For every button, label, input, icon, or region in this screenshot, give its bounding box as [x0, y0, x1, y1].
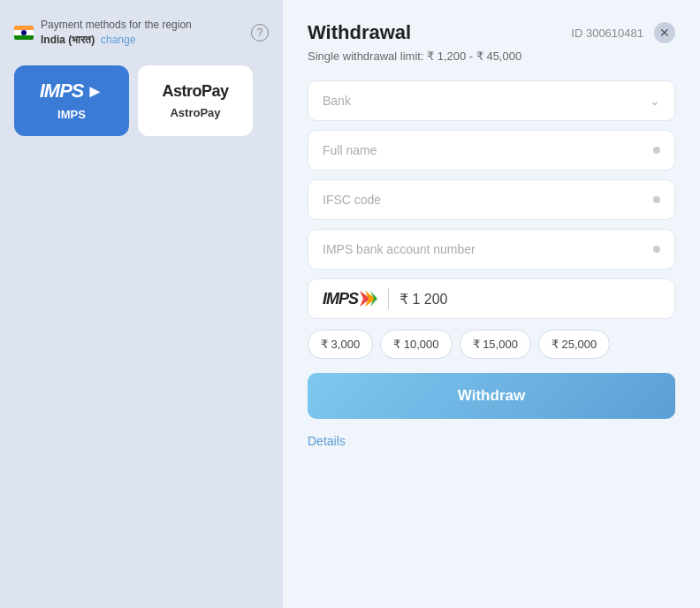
- amount-separator: [388, 288, 389, 309]
- ifsc-placeholder: IFSC code: [323, 193, 381, 207]
- bank-placeholder: Bank: [323, 94, 351, 108]
- help-icon[interactable]: ?: [251, 24, 269, 42]
- quick-amount-10000[interactable]: ₹ 10,000: [380, 330, 452, 359]
- amount-field[interactable]: IMPS ₹ 1 200: [308, 278, 675, 319]
- imps-logo: IMPS ►: [40, 80, 104, 103]
- close-button[interactable]: ✕: [654, 22, 675, 43]
- withdraw-button[interactable]: Withdraw: [308, 373, 675, 419]
- ifsc-dot-icon: [653, 196, 660, 203]
- payment-methods-list: IMPS ► IMPS AstroPay AstroPay: [14, 65, 269, 136]
- amount-imps-logo: IMPS: [323, 290, 377, 308]
- bank-dropdown-icon: ⌄: [650, 94, 660, 108]
- panel-subtitle: Single withdrawal limit: ₹ 1,200 - ₹ 45,…: [308, 49, 675, 63]
- imps-label: IMPS: [57, 108, 86, 121]
- account-number-field[interactable]: IMPS bank account number: [308, 229, 675, 270]
- region-label: Payment methods for the region: [41, 18, 192, 33]
- ifsc-field[interactable]: IFSC code: [308, 179, 675, 220]
- region-country: India (भारत): [41, 34, 95, 46]
- right-panel: Withdrawal ID 300610481 ✕ Single withdra…: [283, 0, 700, 608]
- fullname-field[interactable]: Full name: [308, 130, 675, 171]
- panel-id: ID 300610481: [571, 27, 643, 40]
- method-astropay[interactable]: AstroPay AstroPay: [138, 65, 253, 136]
- left-panel: Payment methods for the region India (भा…: [0, 0, 283, 608]
- astropay-label: AstroPay: [170, 106, 220, 119]
- india-flag-icon: [14, 26, 34, 40]
- account-dot-icon: [653, 246, 660, 253]
- method-imps[interactable]: IMPS ► IMPS: [14, 65, 129, 136]
- fullname-placeholder: Full name: [323, 143, 377, 157]
- quick-amount-25000[interactable]: ₹ 25,000: [538, 330, 610, 359]
- astropay-logo: AstroPay: [162, 82, 228, 101]
- quick-amounts-container: ₹ 3,000 ₹ 10,000 ₹ 15,000 ₹ 25,000: [308, 330, 675, 359]
- panel-title: Withdrawal: [308, 21, 571, 44]
- details-link[interactable]: Details: [308, 434, 346, 448]
- region-text: Payment methods for the region India (भा…: [41, 18, 192, 48]
- quick-amount-3000[interactable]: ₹ 3,000: [308, 330, 373, 359]
- quick-amount-15000[interactable]: ₹ 15,000: [460, 330, 531, 359]
- account-placeholder: IMPS bank account number: [323, 242, 476, 256]
- bank-field[interactable]: Bank ⌄: [308, 80, 675, 121]
- panel-header: Withdrawal ID 300610481 ✕: [308, 21, 675, 44]
- fullname-dot-icon: [653, 147, 660, 154]
- change-region-link[interactable]: change: [101, 34, 135, 46]
- amount-value: ₹ 1 200: [399, 291, 447, 308]
- amount-imps-arrow-icon: [360, 291, 377, 307]
- region-header: Payment methods for the region India (भा…: [14, 18, 269, 48]
